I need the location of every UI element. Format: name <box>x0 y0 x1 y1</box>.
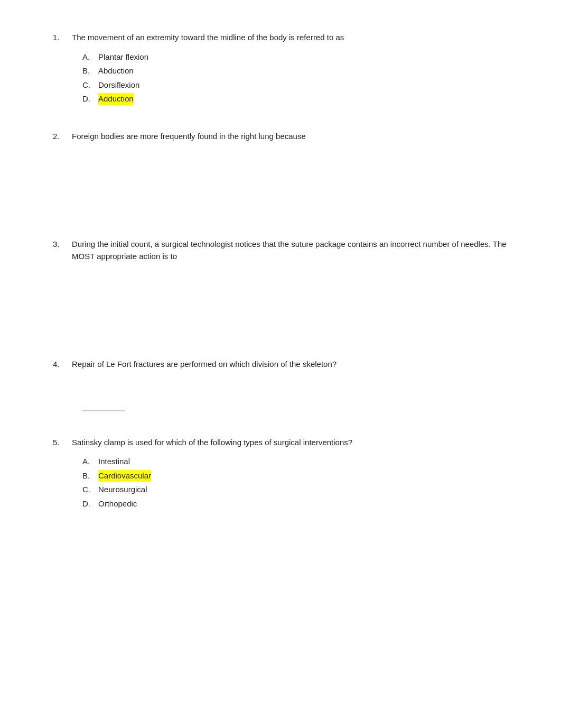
question-body-4: Repair of Le Fort fractures are performe… <box>72 358 336 371</box>
short-spacer-4 <box>53 378 519 410</box>
option-1-2: B.Abduction <box>82 65 519 77</box>
question-text-5: 5.Satinsky clamp is used for which of th… <box>53 437 519 449</box>
question-block-3: 3.During the initial count, a surgical t… <box>53 238 519 333</box>
option-text-1-2: Abduction <box>98 65 134 77</box>
option-label-1-1: A. <box>82 51 94 63</box>
options-list-5: A.IntestinalB.CardiovascularC.Neurosurgi… <box>82 456 519 510</box>
question-text-2: 2.Foreign bodies are more frequently fou… <box>53 131 519 143</box>
question-body-1: The movement of an extremity toward the … <box>72 32 344 44</box>
question-number-2: 2. <box>53 131 68 143</box>
option-label-5-4: D. <box>82 498 94 510</box>
question-number-3: 3. <box>53 238 68 262</box>
question-text-1: 1.The movement of an extremity toward th… <box>53 32 519 44</box>
option-label-5-3: C. <box>82 484 94 496</box>
option-label-1-4: D. <box>82 93 94 105</box>
spacer-2 <box>53 150 519 213</box>
option-text-5-3: Neurosurgical <box>98 484 147 496</box>
option-1-4: D.Adduction <box>82 93 519 105</box>
option-text-5-2: Cardiovascular <box>98 470 151 482</box>
option-text-1-4: Adduction <box>98 93 134 105</box>
option-5-2: B.Cardiovascular <box>82 470 519 482</box>
question-number-1: 1. <box>53 32 68 44</box>
question-body-5: Satinsky clamp is used for which of the … <box>72 437 352 449</box>
spacer-3 <box>53 270 519 333</box>
question-body-2: Foreign bodies are more frequently found… <box>72 131 306 143</box>
options-list-1: A.Plantar flexionB.AbductionC.Dorsiflexi… <box>82 51 519 105</box>
question-block-4: 4.Repair of Le Fort fractures are perfor… <box>53 358 519 411</box>
option-label-5-1: A. <box>82 456 94 468</box>
option-label-1-3: C. <box>82 79 94 91</box>
option-text-1-3: Dorsiflexion <box>98 79 139 91</box>
option-1-1: A.Plantar flexion <box>82 51 519 63</box>
question-number-5: 5. <box>53 437 68 449</box>
underline-decoration-4 <box>82 410 125 411</box>
question-block-2: 2.Foreign bodies are more frequently fou… <box>53 131 519 214</box>
question-text-4: 4.Repair of Le Fort fractures are perfor… <box>53 358 519 371</box>
questions-container: 1.The movement of an extremity toward th… <box>53 32 519 510</box>
option-5-4: D.Orthopedic <box>82 498 519 510</box>
option-label-5-2: B. <box>82 470 94 482</box>
option-5-3: C.Neurosurgical <box>82 484 519 496</box>
option-text-5-4: Orthopedic <box>98 498 137 510</box>
option-1-3: C.Dorsiflexion <box>82 79 519 91</box>
option-text-5-1: Intestinal <box>98 456 130 468</box>
option-text-1-1: Plantar flexion <box>98 51 148 63</box>
question-block-5: 5.Satinsky clamp is used for which of th… <box>53 437 519 510</box>
question-number-4: 4. <box>53 358 68 371</box>
option-5-1: A.Intestinal <box>82 456 519 468</box>
question-block-1: 1.The movement of an extremity toward th… <box>53 32 519 105</box>
option-label-1-2: B. <box>82 65 94 77</box>
question-text-3: 3.During the initial count, a surgical t… <box>53 238 519 262</box>
question-body-3: During the initial count, a surgical tec… <box>72 238 519 262</box>
